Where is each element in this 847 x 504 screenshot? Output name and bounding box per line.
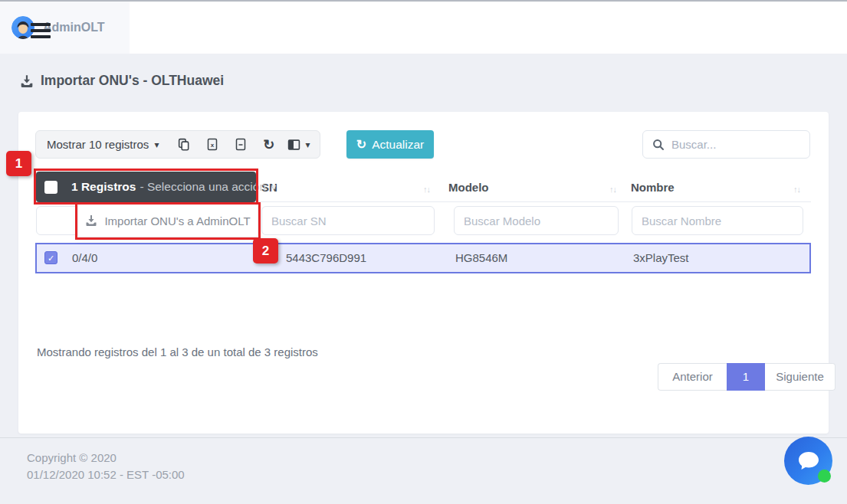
annotation-badge-2: 2 [253, 238, 278, 263]
user-name: AdminOLT [43, 21, 105, 34]
columns-icon [287, 139, 300, 151]
pagination-previous-button[interactable]: Anterior [658, 363, 727, 391]
show-entries-label: Mostrar 10 registros [47, 138, 149, 151]
refresh-icon: ↻ [356, 139, 366, 151]
pagination: Anterior 1 Siguiente [658, 363, 836, 391]
sort-icon[interactable]: ↑↓ [609, 175, 616, 203]
table-toolbar: Mostrar 10 registros ▾ x ↻ ▾ [35, 130, 320, 159]
import-onus-menu-label: Importar ONU's a AdminOLT [104, 214, 250, 227]
page-title-text: Importar ONU's - OLTHuawei [41, 73, 224, 89]
top-navbar: AdminOLT [0, 2, 847, 54]
chat-bubble-icon [796, 450, 821, 472]
filter-input-sn[interactable] [261, 206, 435, 235]
search-input[interactable] [671, 138, 809, 151]
export-excel-button[interactable]: x [198, 131, 226, 158]
cell-modelo: HG8546M [455, 244, 507, 272]
footer-divider [0, 437, 847, 438]
sort-icon[interactable]: ↑↓ [423, 175, 430, 203]
sort-icon[interactable]: ↑↓ [793, 175, 800, 203]
import-onus-menu-item[interactable]: Importar ONU's a AdminOLT [77, 204, 258, 237]
cell-port: 0/4/0 [72, 244, 97, 272]
import-icon [85, 214, 97, 227]
chevron-down-icon: ▾ [154, 139, 159, 150]
show-entries-dropdown[interactable]: Mostrar 10 registros ▾ [36, 131, 169, 158]
refresh-icon: ↻ [263, 138, 274, 152]
bulk-action-dropdown[interactable]: 1 Registros - Selecciona una acción ▾ [36, 172, 256, 202]
hamburger-menu-icon[interactable] [31, 23, 51, 38]
hamburger-bar [31, 23, 51, 26]
reload-table-button[interactable]: ↻ [254, 131, 283, 158]
filter-input-modelo[interactable] [454, 206, 619, 235]
table-row[interactable]: ✓ 0/4/0 5443C796D991 HG8546M 3xPlayTest [35, 243, 811, 273]
cell-nombre: 3xPlayTest [633, 244, 689, 272]
chevron-down-icon: ▾ [305, 139, 310, 150]
records-summary: Mostrando registros del 1 al 3 de un tot… [37, 345, 318, 358]
export-file-button[interactable] [226, 131, 254, 158]
online-status-dot [818, 470, 831, 483]
excel-file-icon: x [206, 138, 218, 151]
column-header-modelo[interactable]: Modelo [448, 174, 489, 201]
footer-copyright: Copyright © 2020 [27, 451, 117, 464]
filter-input-nombre[interactable] [632, 206, 803, 235]
pagination-next-button[interactable]: Siguiente [765, 363, 836, 391]
column-visibility-dropdown[interactable]: ▾ [283, 131, 320, 158]
row-checkbox-checked[interactable]: ✓ [44, 251, 57, 264]
selected-count-label: 1 Registros [71, 180, 136, 194]
copy-button[interactable] [169, 131, 198, 158]
pagination-current-page[interactable]: 1 [727, 363, 765, 391]
copy-icon [177, 138, 190, 151]
footer-timestamp: 01/12/2020 10:52 - EST -05:00 [27, 468, 185, 481]
chat-widget-button[interactable] [784, 437, 832, 485]
search-icon [652, 139, 665, 151]
column-header-nombre[interactable]: Nombre [631, 174, 675, 201]
user-menu[interactable]: AdminOLT [0, 2, 130, 54]
import-icon [20, 74, 34, 88]
table-search [642, 130, 810, 159]
actualizar-label: Actualizar [372, 138, 424, 152]
hamburger-bar [31, 29, 51, 32]
actualizar-button[interactable]: ↻ Actualizar [346, 130, 434, 159]
annotation-badge-1: 1 [6, 151, 31, 176]
hamburger-bar [31, 35, 51, 38]
page-title: Importar ONU's - OLTHuawei [20, 73, 224, 89]
svg-text:x: x [211, 142, 215, 149]
cell-sn: 5443C796D991 [286, 244, 366, 272]
chevron-down-icon: ▾ [271, 182, 276, 192]
document-icon [235, 138, 247, 151]
select-action-label: - Selecciona una acción [140, 180, 266, 194]
select-all-checkbox[interactable] [44, 181, 57, 194]
